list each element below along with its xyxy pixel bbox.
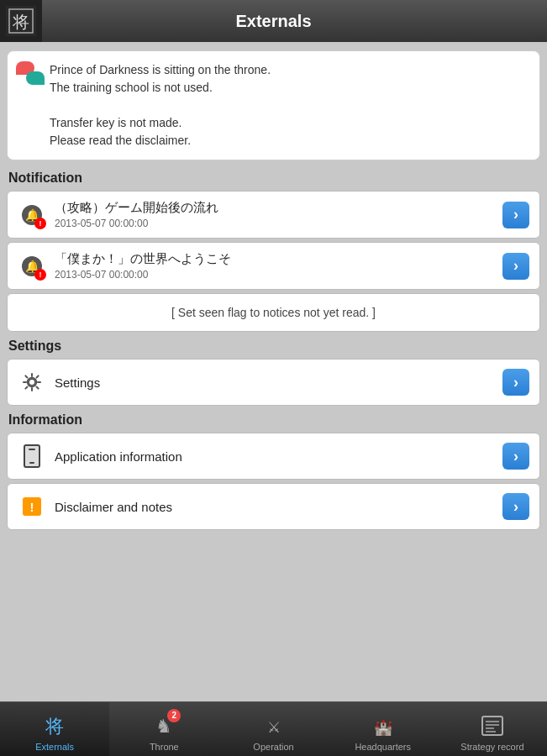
svg-text:将: 将 <box>45 716 64 737</box>
strategy-icon-wrap <box>477 711 508 741</box>
phone-icon <box>18 442 46 470</box>
svg-text:将: 将 <box>12 13 29 31</box>
notification-section-header: Notification <box>8 171 539 186</box>
app-information-title: Application information <box>55 449 502 464</box>
operation-icon-wrap: ⚔ <box>259 711 289 741</box>
settings-content: Settings <box>55 375 502 390</box>
notification-error-icon-1: 🔔 ! <box>18 201 46 229</box>
information-section-header: Information <box>8 412 539 428</box>
seen-flag-text: [ Set seen flag to notices not yet read.… <box>171 306 376 319</box>
tab-operation-label: Operation <box>253 742 293 752</box>
message-card: Prince of Darkness is sitting on the thr… <box>7 50 540 160</box>
headquarters-icon: 🏰 <box>370 712 397 739</box>
externals-icon-wrap: 将 <box>39 711 70 741</box>
main-content: Prince of Darkness is sitting on the thr… <box>0 42 547 701</box>
tab-strategy[interactable]: Strategy record <box>438 702 547 756</box>
notification-subtitle-2: 2013-05-07 00:00:00 <box>55 269 502 281</box>
seen-flag-item[interactable]: [ Set seen flag to notices not yet read.… <box>7 293 540 332</box>
notification-chevron-2[interactable]: › <box>502 253 529 280</box>
app-information-item[interactable]: Application information › <box>7 433 540 480</box>
tab-headquarters-label: Headquarters <box>355 742 411 752</box>
notification-chevron-1[interactable]: › <box>502 202 529 228</box>
settings-chevron[interactable]: › <box>502 369 529 396</box>
tab-operation[interactable]: ⚔ Operation <box>218 702 328 756</box>
tab-headquarters[interactable]: 🏰 Headquarters <box>329 702 438 756</box>
tab-strategy-label: Strategy record <box>460 742 523 752</box>
error-badge-2: ! <box>34 269 46 281</box>
disclaimer-title: Disclaimer and notes <box>55 500 502 514</box>
page-title: Externals <box>235 12 311 31</box>
notification-content-2: 「僕まか！」の世界へようこそ 2013-05-07 00:00:00 <box>55 251 502 281</box>
settings-gear-icon <box>18 368 46 396</box>
notification-subtitle-1: 2013-05-07 00:00:00 <box>55 218 502 229</box>
warning-icon: ! <box>18 492 46 521</box>
tab-bar: 将 Externals ♞ 2 Throne ⚔ Operation 🏰 <box>0 701 547 756</box>
notification-title-1: （攻略）ゲーム開始後の流れ <box>55 200 502 216</box>
settings-title: Settings <box>55 375 502 390</box>
svg-text:🏰: 🏰 <box>374 718 393 737</box>
notification-item-2[interactable]: 🔔 ! 「僕まか！」の世界へようこそ 2013-05-07 00:00:00 › <box>7 242 540 290</box>
app-header: 将 Externals <box>0 0 547 42</box>
svg-text:⚔: ⚔ <box>267 719 281 736</box>
app-information-chevron[interactable]: › <box>502 443 529 470</box>
disclaimer-content: Disclaimer and notes <box>55 500 502 514</box>
settings-item[interactable]: Settings › <box>7 359 540 406</box>
error-badge-1: ! <box>34 218 46 229</box>
chat-bubbles-icon <box>16 61 45 85</box>
disclaimer-chevron[interactable]: › <box>502 493 529 520</box>
operation-icon: ⚔ <box>260 712 287 739</box>
app-logo: 将 <box>0 0 42 42</box>
tab-externals-label: Externals <box>35 742 74 752</box>
svg-point-3 <box>29 379 35 386</box>
tab-externals[interactable]: 将 Externals <box>0 702 109 756</box>
logo-icon: 将 <box>6 6 36 36</box>
notification-content-1: （攻略）ゲーム開始後の流れ 2013-05-07 00:00:00 <box>55 200 502 229</box>
message-text: Prince of Darkness is sitting on the thr… <box>50 61 528 150</box>
throne-icon-wrap: ♞ 2 <box>149 711 179 741</box>
externals-icon: 将 <box>41 712 68 739</box>
app-information-content: Application information <box>55 449 502 464</box>
headquarters-icon-wrap: 🏰 <box>368 711 398 741</box>
notification-item-1[interactable]: 🔔 ! （攻略）ゲーム開始後の流れ 2013-05-07 00:00:00 › <box>7 191 540 239</box>
strategy-icon <box>479 712 506 739</box>
tab-throne[interactable]: ♞ 2 Throne <box>109 702 218 756</box>
throne-badge: 2 <box>167 709 181 722</box>
disclaimer-item[interactable]: ! Disclaimer and notes › <box>7 483 540 530</box>
tab-throne-label: Throne <box>150 742 179 752</box>
notification-error-icon-2: 🔔 ! <box>18 252 46 281</box>
notification-title-2: 「僕まか！」の世界へようこそ <box>55 251 502 267</box>
settings-section-header: Settings <box>8 339 539 354</box>
